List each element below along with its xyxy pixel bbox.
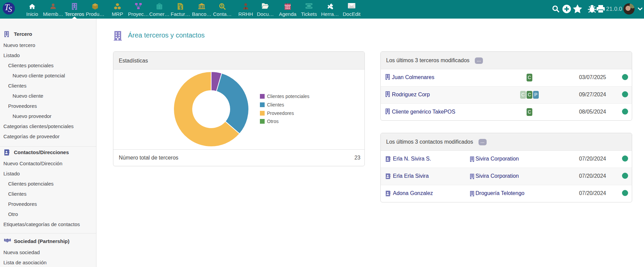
svg-text:Proveedores: Proveedores: [267, 111, 294, 116]
svg-text:Clientes potenciales: Clientes potenciales: [267, 94, 309, 99]
svg-text:Otros: Otros: [267, 119, 279, 124]
svg-text:Clientes: Clientes: [267, 102, 284, 107]
